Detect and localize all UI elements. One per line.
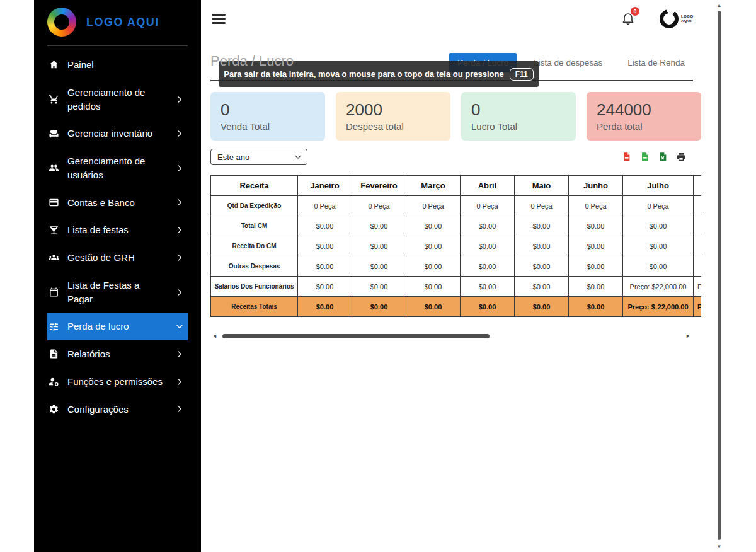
sidebar-item-label: Perda de lucro [67, 319, 167, 333]
scroll-left-arrow[interactable]: ◄ [210, 333, 219, 339]
cell: 0 Peça [352, 196, 406, 216]
cell: Preço: $22,000.00 [623, 277, 694, 297]
print-export-icon[interactable] [676, 152, 686, 162]
scroll-right-arrow[interactable]: ► [684, 333, 692, 339]
cell: $0.00 [406, 236, 461, 256]
cell: $0.00 [569, 256, 623, 277]
column-header-julho: Julho [623, 176, 694, 196]
topbar: 0 LOGO AQUI [201, 0, 714, 38]
sidebar-item-label: Gestão de GRH [67, 251, 167, 265]
horizontal-scrollbar-track[interactable] [221, 333, 682, 338]
sidebar-item-perda-de-lucro[interactable]: Perda de lucro [47, 313, 188, 340]
stat-value: 0 [471, 101, 576, 120]
vertical-scrollbar-thumb[interactable] [718, 11, 721, 540]
sidebar-item-contas-e-banco[interactable]: Contas e Banco [47, 189, 188, 217]
cell: $0.00 [569, 297, 623, 317]
cell: $0.00 [352, 277, 406, 297]
cell: $0.00 [515, 236, 569, 256]
sidebar-item-gerenciar-inventario[interactable]: Gerenciar inventário [47, 120, 188, 147]
sidebar-item-label: Funções e permissões [67, 375, 167, 389]
column-header-janeiro: Janeiro [298, 176, 352, 196]
cell: 0 Peça [298, 196, 352, 216]
sidebar-logo: LOGO AQUI [34, 0, 201, 45]
sidebar-item-label: Configurações [67, 403, 167, 417]
sidebar-item-lista-de-festas[interactable]: Lista de festas [47, 216, 188, 244]
pdf-export-icon[interactable] [621, 152, 631, 162]
cell: $0.00 [515, 277, 569, 297]
sidebar-item-gerenciamento-de-pedidos[interactable]: Gerenciamento de pedidos [47, 79, 188, 120]
sidebar-item-label: Lista de festas [67, 223, 167, 237]
sidebar-item-label: Gerenciar inventário [67, 127, 167, 141]
logo-icon [47, 8, 76, 37]
period-filter-value: Este ano [217, 152, 249, 162]
vertical-scrollbar[interactable]: ▲ ▼ [714, 0, 723, 552]
cell: $0.00 [406, 256, 461, 277]
column-header-maio: Maio [515, 176, 569, 196]
brand-mark-icon [660, 9, 679, 28]
horizontal-scrollbar-thumb[interactable] [222, 334, 490, 338]
cell: $0.00 [406, 277, 461, 297]
scroll-up-arrow[interactable]: ▲ [714, 3, 724, 8]
stat-label: Perda total [597, 121, 701, 132]
stat-card-perda-total: 244000Perda total [587, 92, 701, 141]
cell: Preço: $-22,000.00 [623, 297, 694, 317]
stat-value: 2000 [346, 101, 450, 120]
chevron-right-icon [175, 164, 184, 173]
cell: Preço: [694, 297, 702, 317]
chevron-right-icon [175, 253, 184, 262]
sidebar-item-label: Relatórios [67, 347, 167, 361]
table-container: ReceitaJaneiroFevereiroMarçoAbrilMaioJun… [210, 175, 701, 317]
filter-row: Este ano [210, 149, 701, 165]
bank-icon [49, 197, 59, 208]
cell: $0.00 [623, 236, 694, 256]
home-icon [49, 59, 59, 70]
calendar-icon [49, 287, 59, 297]
sidebar: LOGO AQUI PainelGerenciamento de pedidos… [34, 0, 201, 552]
main-area: Para sair da tela inteira, mova o mouse … [201, 38, 714, 552]
tab-lista-de-renda[interactable]: Lista de Renda [619, 53, 693, 72]
people-icon [49, 252, 59, 263]
chevron-right-icon [175, 377, 184, 386]
table-row-outras-despesas: Outras Despesas$0.00$0.00$0.00$0.00$0.00… [211, 256, 702, 277]
stat-label: Venda Total [220, 121, 325, 132]
scroll-down-arrow[interactable]: ▼ [714, 544, 724, 549]
fullscreen-notice-text: Para sair da tela inteira, mova o mouse … [224, 69, 503, 79]
settings-icon [49, 404, 59, 415]
users-icon [49, 163, 59, 173]
cell: $0.00 [461, 297, 515, 317]
sidebar-item-painel[interactable]: Painel [47, 51, 188, 79]
column-header-receita: Receita [211, 176, 298, 196]
cell: $0.00 [515, 216, 569, 236]
sidebar-item-funcoes-e-permissoes[interactable]: Funções e permissões [47, 368, 188, 396]
sidebar-item-lista-de-festas-a-pagar[interactable]: Lista de Festas a Pagar [47, 272, 188, 313]
chevron-right-icon [175, 95, 184, 104]
chevron-right-icon [175, 129, 184, 138]
menu-toggle-icon[interactable] [212, 14, 226, 24]
cell: $0.00 [569, 236, 623, 256]
revenue-table: ReceitaJaneiroFevereiroMarçoAbrilMaioJun… [210, 175, 701, 317]
cell: $0.00 [406, 216, 461, 236]
stat-label: Despesa total [346, 121, 450, 132]
report-icon [49, 348, 59, 359]
stat-label: Lucro Total [471, 121, 576, 132]
sidebar-item-configuracoes[interactable]: Configurações [47, 396, 188, 423]
cell: 0 Peça [461, 196, 515, 216]
cell: 0 Peça [569, 196, 623, 216]
excel-export-icon[interactable] [658, 152, 668, 162]
sidebar-item-gestao-de-grh[interactable]: Gestão de GRH [47, 244, 188, 272]
column-header-fevereiro: Fevereiro [352, 176, 406, 196]
cell: $0.00 [569, 216, 623, 236]
cell: $0.00 [352, 216, 406, 236]
csv-export-icon[interactable] [639, 152, 650, 162]
brand-logo: LOGO AQUI [660, 9, 700, 28]
logo-text: LOGO AQUI [86, 16, 159, 29]
period-filter-select[interactable]: Este ano [210, 149, 307, 165]
brand-text: LOGO AQUI [681, 14, 700, 23]
stat-card-despesa-total: 2000Despesa total [336, 92, 450, 141]
sidebar-item-relatorios[interactable]: Relatórios [47, 340, 188, 368]
sidebar-item-gerenciamento-de-usuarios[interactable]: Gerenciamento de usuários [47, 147, 188, 189]
cell: $0.00 [352, 236, 406, 256]
horizontal-scrollbar[interactable]: ◄ ► [210, 332, 692, 340]
notifications-button[interactable]: 0 [621, 11, 637, 27]
table-header-row: ReceitaJaneiroFevereiroMarçoAbrilMaioJun… [211, 176, 702, 196]
